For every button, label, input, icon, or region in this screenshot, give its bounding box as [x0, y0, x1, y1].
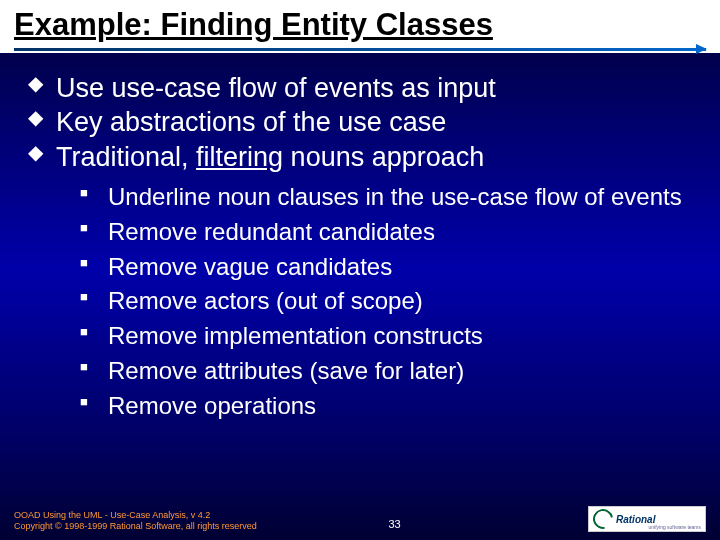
- logo-text: Rational: [616, 515, 655, 524]
- main-bullet: Use use-case flow of events as input: [26, 71, 694, 106]
- title-divider-arrow: [14, 48, 706, 51]
- sub-bullet-list: Underline noun clauses in the use-case f…: [80, 182, 694, 421]
- sub-bullet: Remove attributes (save for later): [80, 356, 694, 387]
- sub-bullet: Remove implementation constructs: [80, 321, 694, 352]
- main-bullet: Key abstractions of the use case: [26, 105, 694, 140]
- slide-title: Example: Finding Entity Classes: [14, 7, 706, 43]
- bullet-suffix: nouns approach: [283, 142, 484, 172]
- bullet-text: Use use-case flow of events as input: [56, 73, 496, 103]
- content-area: Use use-case flow of events as input Key…: [0, 53, 720, 422]
- main-bullet-list: Use use-case flow of events as input Key…: [26, 71, 694, 422]
- bullet-underlined: filtering: [196, 142, 283, 172]
- rational-logo: Rational unifying software teams: [588, 506, 706, 532]
- bullet-text: Key abstractions of the use case: [56, 107, 446, 137]
- sub-bullet: Remove vague candidates: [80, 252, 694, 283]
- sub-bullet: Remove actors (out of scope): [80, 286, 694, 317]
- footer-logo-area: Rational unifying software teams: [588, 506, 706, 532]
- bullet-prefix: Traditional,: [56, 142, 196, 172]
- sub-bullet: Remove operations: [80, 391, 694, 422]
- main-bullet: Traditional, filtering nouns approach Un…: [26, 140, 694, 422]
- logo-tagline: unifying software teams: [648, 524, 701, 530]
- title-area: Example: Finding Entity Classes: [0, 0, 720, 53]
- footer: OOAD Using the UML - Use-Case Analysis, …: [14, 506, 706, 532]
- footer-line1: OOAD Using the UML - Use-Case Analysis, …: [14, 510, 257, 521]
- footer-line2: Copyright © 1998-1999 Rational Software,…: [14, 521, 257, 532]
- sub-bullet: Underline noun clauses in the use-case f…: [80, 182, 694, 213]
- sub-bullet: Remove redundant candidates: [80, 217, 694, 248]
- slide: Example: Finding Entity Classes Use use-…: [0, 0, 720, 540]
- footer-credits: OOAD Using the UML - Use-Case Analysis, …: [14, 510, 257, 533]
- logo-swirl-icon: [589, 505, 617, 533]
- page-number: 33: [388, 518, 400, 530]
